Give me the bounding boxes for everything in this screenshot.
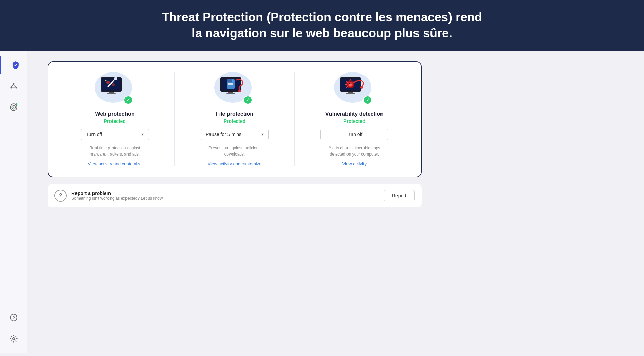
svg-point-48 bbox=[349, 83, 350, 84]
svg-point-34 bbox=[238, 90, 241, 92]
file-protection-col: ✓ File protection Protected Pause for 5 … bbox=[175, 72, 294, 166]
svg-point-18 bbox=[112, 83, 115, 86]
file-view-activity-link[interactable]: View activity and customize bbox=[208, 161, 262, 166]
sidebar: ? bbox=[0, 51, 27, 353]
web-action-label: Turn off bbox=[86, 132, 102, 137]
sidebar-item-mesh[interactable] bbox=[5, 78, 22, 95]
web-protection-title: Web protection bbox=[95, 111, 135, 117]
file-protection-desc: Prevention against malicious downloads. bbox=[206, 145, 264, 157]
vuln-protection-status: Protected bbox=[343, 118, 366, 124]
file-chevron-icon: ▾ bbox=[261, 132, 264, 137]
svg-point-47 bbox=[349, 83, 352, 86]
vuln-computer-illustration bbox=[337, 74, 368, 101]
svg-rect-38 bbox=[346, 93, 355, 94]
sidebar-bottom: ? bbox=[5, 307, 22, 349]
svg-rect-29 bbox=[227, 79, 232, 82]
target-icon bbox=[9, 103, 18, 112]
file-check-badge: ✓ bbox=[243, 96, 252, 104]
svg-text:•: • bbox=[117, 83, 117, 85]
vuln-protection-icon-container: ✓ bbox=[334, 72, 375, 106]
header-line2: la navigation sur le web beaucoup plus s… bbox=[20, 26, 624, 42]
svg-point-8 bbox=[13, 106, 14, 108]
svg-rect-16 bbox=[107, 93, 116, 94]
web-computer-illustration: ✦ • • bbox=[98, 74, 129, 101]
web-check-badge: ✓ bbox=[124, 96, 133, 104]
web-turn-off-dropdown[interactable]: Turn off ▾ bbox=[81, 129, 149, 140]
settings-icon bbox=[9, 334, 18, 343]
sidebar-item-help[interactable]: ? bbox=[5, 309, 22, 326]
report-subtitle: Something isn't working as expected? Let… bbox=[71, 196, 379, 201]
sidebar-item-settings[interactable] bbox=[5, 330, 22, 347]
web-protection-status: Protected bbox=[104, 118, 126, 124]
svg-point-9 bbox=[15, 103, 17, 105]
web-view-activity-link[interactable]: View activity and customize bbox=[88, 161, 142, 166]
svg-line-3 bbox=[11, 84, 14, 87]
header-banner: Threat Protection (Protection contre les… bbox=[0, 0, 644, 51]
vuln-protection-title: Vulnerability detection bbox=[325, 111, 384, 117]
sidebar-item-shield[interactable] bbox=[0, 56, 27, 74]
svg-point-49 bbox=[351, 83, 352, 84]
file-action-label: Pause for 5 mins bbox=[206, 132, 241, 137]
protection-card: ✦ • • ✓ Web protection Protected Turn of… bbox=[48, 61, 422, 177]
svg-point-46 bbox=[360, 86, 363, 89]
report-card: ? Report a problem Something isn't worki… bbox=[48, 184, 422, 207]
web-protection-col: ✦ • • ✓ Web protection Protected Turn of… bbox=[55, 72, 175, 166]
svg-rect-27 bbox=[226, 93, 235, 94]
svg-text:?: ? bbox=[12, 315, 15, 320]
mesh-icon bbox=[9, 82, 18, 91]
file-pause-dropdown[interactable]: Pause for 5 mins ▾ bbox=[201, 129, 269, 140]
file-computer-illustration bbox=[218, 74, 248, 101]
vuln-action-label: Turn off bbox=[346, 132, 362, 137]
vuln-detection-col: ✓ Vulnerability detection Protected Turn… bbox=[295, 72, 414, 166]
content-area: ✦ • • ✓ Web protection Protected Turn of… bbox=[27, 51, 644, 353]
header-line1: Threat Protection (Protection contre les… bbox=[20, 10, 624, 26]
web-protection-icon-container: ✦ • • ✓ bbox=[95, 72, 135, 106]
sidebar-item-target[interactable] bbox=[5, 99, 22, 116]
svg-text:•: • bbox=[114, 79, 115, 81]
svg-point-0 bbox=[13, 83, 14, 84]
report-button[interactable]: Report bbox=[384, 190, 415, 201]
svg-point-1 bbox=[10, 87, 12, 88]
report-text-container: Report a problem Something isn't working… bbox=[71, 191, 379, 201]
file-protection-status: Protected bbox=[224, 118, 246, 124]
vuln-check-badge: ✓ bbox=[363, 96, 372, 104]
svg-line-4 bbox=[14, 84, 16, 87]
svg-text:✦: ✦ bbox=[105, 79, 107, 82]
vuln-view-activity-link[interactable]: View activity bbox=[342, 161, 367, 166]
report-title: Report a problem bbox=[71, 191, 379, 196]
vuln-turn-off-button[interactable]: Turn off bbox=[320, 129, 388, 140]
app-container: ? bbox=[0, 51, 644, 353]
report-problem-icon: ? bbox=[54, 190, 67, 202]
help-icon: ? bbox=[9, 313, 18, 322]
web-protection-desc: Real-time protection against malware, tr… bbox=[86, 145, 144, 157]
vuln-protection-desc: Alerts about vulnerable apps detected on… bbox=[325, 145, 383, 157]
svg-point-2 bbox=[15, 87, 17, 88]
web-chevron-icon: ▾ bbox=[142, 132, 144, 137]
shield-icon bbox=[11, 61, 20, 69]
file-protection-icon-container: ✓ bbox=[214, 72, 255, 106]
file-protection-title: File protection bbox=[216, 111, 253, 117]
svg-point-12 bbox=[12, 337, 15, 340]
